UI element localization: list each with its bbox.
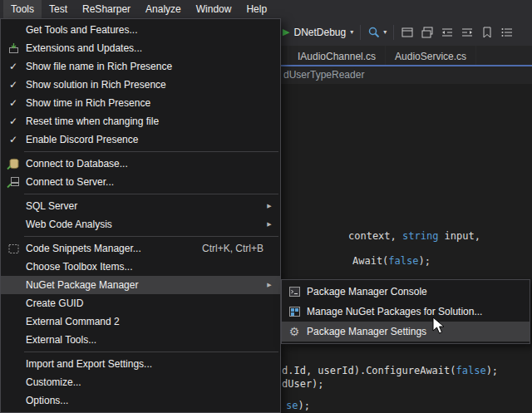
menu-item-get-tools-and-features[interactable]: Get Tools and Features... (1, 21, 280, 39)
bookmark-icon (480, 26, 494, 39)
menubar-item-resharper[interactable]: ReSharper (75, 0, 138, 18)
code-token: input, (438, 230, 480, 242)
menu-item-sql-server[interactable]: SQL Server ▶ (1, 197, 280, 215)
attach-process-button[interactable]: ▾ (367, 26, 387, 39)
menu-item-label: Choose Toolbox Items... (26, 261, 275, 273)
code-token: false (456, 365, 486, 376)
submenu-item-package-manager-settings[interactable]: ⚙ Package Manager Settings (282, 322, 530, 342)
menu-item-label: Import and Export Settings... (26, 358, 275, 370)
check-icon: ✓ (9, 116, 17, 127)
menubar-item-test[interactable]: Test (42, 0, 75, 18)
menu-item-extensions-and-updates[interactable]: Extensions and Updates... (1, 39, 280, 57)
code-line: dUser); (282, 378, 324, 391)
gear-icon: ⚙ (289, 326, 300, 337)
code-token: ); (486, 365, 498, 376)
list-members-button[interactable] (500, 26, 514, 39)
menu-item-gutter (1, 176, 26, 189)
menu-item-connect-to-database[interactable]: Connect to Database... (1, 155, 280, 173)
menu-separator (24, 194, 278, 194)
check-icon: ✓ (9, 79, 17, 91)
start-debug-button[interactable]: ▶ DNetDebug ▾ (283, 27, 353, 38)
check-icon: ✓ (9, 61, 17, 72)
menu-item-enable-discord-presence[interactable]: ✓ Enable Discord Presence (1, 130, 280, 149)
packages-icon (288, 306, 301, 317)
menu-item-customize[interactable]: Customize... (1, 373, 280, 391)
nuget-submenu: Package Manager Console Manage NuGet Pac… (281, 279, 530, 344)
menu-item-reset-time-when-changing-file[interactable]: ✓ Reset time when changing file (1, 112, 280, 130)
cursor-arrow-icon (432, 317, 449, 335)
code-token: d.Id, userId).ConfigureAwait( (282, 365, 456, 376)
code-token: string (402, 230, 438, 242)
duplicate-window-button[interactable] (421, 26, 434, 39)
menu-item-import-and-export-settings[interactable]: Import and Export Settings... (1, 355, 280, 373)
menu-item-label: Manage NuGet Packages for Solution... (307, 306, 525, 317)
menubar-item-window[interactable]: Window (189, 0, 239, 18)
menu-item-label: Web Code Analysis (26, 219, 264, 230)
toolbar-separator (393, 25, 394, 40)
menu-item-gutter: ✓ (1, 116, 26, 127)
code-line: d.Id, userId).ConfigureAwait(false); (282, 365, 498, 377)
menu-item-label: Reset time when changing file (26, 116, 275, 127)
menu-item-label: Connect to Server... (26, 176, 275, 188)
menu-item-external-command-2[interactable]: External Command 2 (1, 312, 280, 331)
menu-item-show-solution-rich-presence[interactable]: ✓ Show solution in Rich Presence (1, 76, 280, 94)
chevron-down-icon: ▾ (350, 29, 353, 36)
play-icon: ▶ (283, 27, 289, 37)
menu-separator (24, 151, 278, 152)
menu-item-show-file-name-rich-presence[interactable]: ✓ Show file name in Rich Presence (1, 57, 280, 76)
submenu-arrow-icon: ▶ (264, 282, 275, 288)
server-icon (7, 176, 20, 189)
menu-item-options[interactable]: Options... (1, 391, 280, 410)
menu-item-web-code-analysis[interactable]: Web Code Analysis ▶ (1, 215, 280, 234)
menu-item-nuget-package-manager[interactable]: NuGet Package Manager ▶ (1, 276, 280, 294)
menu-item-gutter (1, 243, 26, 255)
menubar-item-analyze[interactable]: Analyze (138, 0, 189, 18)
menu-item-create-guid[interactable]: Create GUID (1, 294, 280, 312)
code-line: Await(false); (352, 255, 431, 268)
run-target-label: DNetDebug (293, 27, 346, 38)
tab-label: AudioService.cs (395, 51, 466, 62)
new-window-button[interactable] (401, 26, 414, 39)
menu-item-gutter (282, 286, 307, 297)
bookmark-button[interactable] (480, 26, 494, 39)
tab-iaudiochannel[interactable]: IAudioChannel.cs (288, 46, 386, 66)
menu-item-label: Extensions and Updates... (26, 42, 275, 54)
menu-item-label: External Tools... (26, 334, 275, 346)
toolbar-separator (360, 25, 361, 40)
breadcrumb[interactable]: dUserTypeReader (283, 66, 364, 84)
menu-item-gutter (1, 158, 26, 170)
menu-item-label: Show time in Rich Presence (26, 97, 275, 109)
menubar-item-help[interactable]: Help (239, 0, 274, 18)
menu-item-label: Package Manager Console (307, 286, 525, 297)
menu-item-choose-toolbox-items[interactable]: Choose Toolbox Items... (1, 258, 280, 276)
menubar-item-tools[interactable]: Tools (3, 0, 42, 18)
code-line: context, string input, (348, 230, 480, 243)
submenu-arrow-icon: ▶ (264, 203, 275, 209)
tab-audioservice[interactable]: AudioService.cs (386, 46, 476, 66)
vs-window: Tools Test ReSharper Analyze Window Help… (0, 0, 532, 413)
indent-increase-button[interactable] (461, 26, 474, 39)
code-token: ); (298, 400, 309, 411)
check-icon: ✓ (9, 134, 17, 145)
extensions-icon (7, 42, 20, 55)
menu-item-external-tools[interactable]: External Tools... (1, 331, 280, 349)
menu-item-label: Code Snippets Manager... (26, 243, 202, 254)
code-token: dUser); (282, 378, 324, 390)
menu-item-shortcut: Ctrl+K, Ctrl+B (202, 243, 264, 254)
magnifier-icon (367, 26, 381, 39)
menu-item-gutter: ✓ (1, 61, 26, 72)
code-token: ); (418, 255, 430, 267)
code-line: se); (286, 400, 310, 412)
indent-decrease-button[interactable] (441, 26, 454, 39)
submenu-item-manage-nuget-packages-for-solution[interactable]: Manage NuGet Packages for Solution... (282, 302, 530, 322)
menu-item-show-time-rich-presence[interactable]: ✓ Show time in Rich Presence (1, 94, 280, 112)
menu-item-label: Show solution in Rich Presence (26, 79, 275, 91)
tools-menu: Get Tools and Features... Extensions and… (0, 18, 281, 413)
code-token: se (286, 400, 298, 411)
menu-item-code-snippets-manager[interactable]: Code Snippets Manager... Ctrl+K, Ctrl+B (1, 239, 280, 258)
menu-item-label: SQL Server (26, 200, 264, 212)
menu-item-connect-to-server[interactable]: Connect to Server... (1, 173, 280, 191)
menu-item-gutter (1, 42, 26, 55)
toolbar-content: ▶ DNetDebug ▾ ▾ (283, 18, 514, 46)
submenu-item-package-manager-console[interactable]: Package Manager Console (282, 282, 530, 302)
